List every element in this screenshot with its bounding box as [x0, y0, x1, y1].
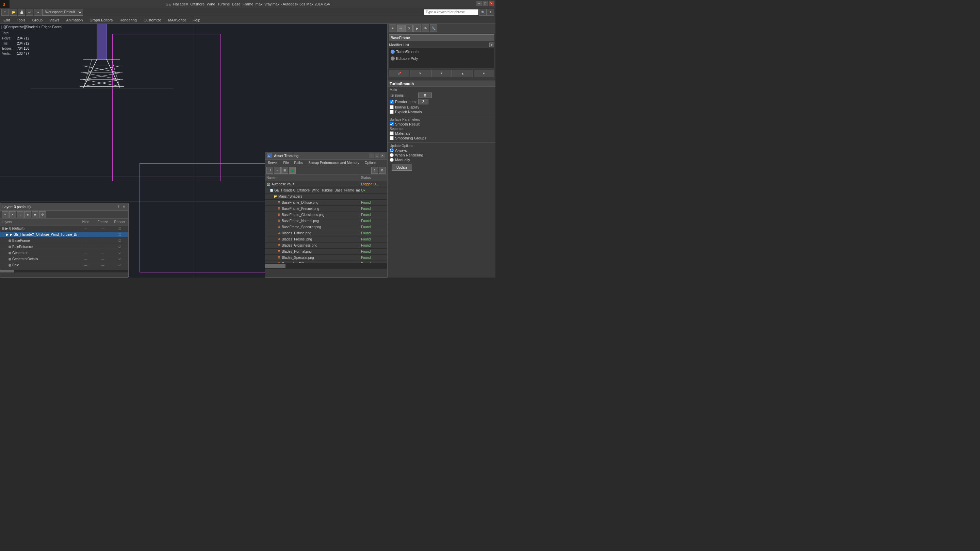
pin-stack-btn[interactable]: 📌: [389, 70, 409, 77]
asset-maximize-btn[interactable]: □: [375, 153, 379, 158]
always-radio[interactable]: [390, 148, 394, 152]
maximize-button[interactable]: □: [482, 1, 488, 6]
layer-row[interactable]: ▶ 0 (default) — — ☑: [0, 225, 128, 232]
search-button[interactable]: 🔍: [479, 9, 487, 16]
asset-tree-view-btn[interactable]: 🌲: [289, 167, 296, 174]
smoothing-groups-checkbox[interactable]: [390, 136, 394, 140]
asset-row[interactable]: 🖼 Blades_Glossiness.png Found: [265, 243, 387, 249]
layers-select-obj-btn[interactable]: ◈: [24, 211, 31, 218]
delete-modifier-btn[interactable]: ✕: [410, 70, 430, 77]
asset-menu-server[interactable]: Server: [265, 159, 280, 166]
when-rendering-radio[interactable]: [390, 153, 394, 157]
isoline-checkbox[interactable]: [390, 105, 394, 109]
menu-rendering[interactable]: Rendering: [116, 16, 140, 24]
asset-list-view-btn[interactable]: ≡: [274, 167, 281, 174]
asset-row[interactable]: 🖼 BaseFrame_Specular.png Found: [265, 224, 387, 230]
render-iters-checkbox[interactable]: [390, 100, 394, 104]
asset-row[interactable]: 📄 GE_HaliadeX_Offshore_Wind_Turbine_Base…: [265, 187, 387, 194]
layer-row[interactable]: Pole — — ☑: [0, 262, 128, 268]
layer-row[interactable]: ▶ ▶ GE_HaliadeX_Offshore_Wind_Turbine_Ba…: [0, 232, 128, 238]
minimize-button[interactable]: ─: [476, 1, 482, 6]
asset-menu-bitmap[interactable]: Bitmap Performance and Memory: [305, 159, 362, 166]
menu-edit[interactable]: Edit: [0, 16, 13, 24]
asset-horizontal-scrollbar[interactable]: [265, 263, 387, 269]
layers-scrollbar[interactable]: [0, 270, 128, 272]
close-button[interactable]: ✕: [488, 1, 494, 6]
panel-icon-display[interactable]: 👁: [422, 24, 429, 32]
layers-col-hide: Hide: [77, 220, 94, 224]
menu-graph-editors[interactable]: Graph Editors: [86, 16, 116, 24]
update-button[interactable]: Update: [392, 164, 412, 171]
layers-close-button[interactable]: ✕: [121, 205, 126, 209]
menu-tools[interactable]: Tools: [13, 16, 29, 24]
search-input[interactable]: [424, 9, 479, 15]
layer-row[interactable]: PoleEntrance — — ☑: [0, 244, 128, 250]
asset-detail-view-btn[interactable]: ⊞: [282, 167, 288, 174]
layers-delete-btn[interactable]: ✕: [9, 211, 16, 218]
render-iters-input[interactable]: [418, 99, 428, 105]
asset-row[interactable]: 🖼 BaseFrame_Glossiness.png Found: [265, 212, 387, 218]
modifier-turbosmooh[interactable]: TurboSmooth: [389, 48, 494, 55]
move-down-btn[interactable]: ▼: [474, 70, 494, 77]
panel-icon-motion[interactable]: ▶: [414, 24, 421, 32]
modifier-editable-poly[interactable]: Editable Poly: [389, 55, 494, 62]
layers-add-selected-btn[interactable]: ↓: [17, 211, 24, 218]
layer-row[interactable]: Generator — — ☑: [0, 250, 128, 256]
manually-radio[interactable]: [390, 158, 394, 162]
workspace-dropdown[interactable]: Workspace: Default: [42, 9, 83, 16]
menu-help[interactable]: Help: [189, 16, 204, 24]
panel-icon-create[interactable]: +: [389, 24, 396, 32]
asset-row[interactable]: 📁 Maps / Shaders: [265, 194, 387, 200]
panel-icon-hierarchy[interactable]: ⟳: [405, 24, 413, 32]
layers-panel: Layer: 0 (default) ? ✕ + ✕ ↓ ◈ ★ ⚙ Layer…: [0, 203, 129, 278]
asset-row[interactable]: 🏦 Autodesk Vault Logged O...: [265, 181, 387, 187]
search-bar: 🔍 ?: [424, 9, 494, 16]
new-button[interactable]: □: [2, 9, 9, 16]
menu-maxscript[interactable]: MAXScript: [165, 16, 189, 24]
asset-row[interactable]: 🖼 BaseFrame_Normal.png Found: [265, 218, 387, 224]
panel-icon-modify[interactable]: ✏: [397, 24, 404, 32]
asset-menu-options[interactable]: Options: [362, 159, 379, 166]
turbosmooh-section-header[interactable]: TurboSmooth: [388, 81, 495, 87]
redo-button[interactable]: ↪: [34, 9, 41, 16]
asset-row[interactable]: 🖼 Blades_Normal.png Found: [265, 249, 387, 255]
asset-row[interactable]: 🖼 Blades_Diffuse.png Found: [265, 230, 387, 237]
smooth-result-checkbox[interactable]: [390, 122, 394, 126]
asset-menu-file[interactable]: File: [280, 159, 291, 166]
asset-row[interactable]: 🖼 BaseFrame_Fresnel.png Found: [265, 206, 387, 212]
menu-customize[interactable]: Customize: [140, 16, 165, 24]
layers-help-button[interactable]: ?: [116, 205, 121, 209]
object-name-input[interactable]: [389, 34, 494, 41]
explicit-normals-checkbox[interactable]: [390, 110, 394, 114]
asset-row[interactable]: 🖼 Blades_Fresnel.png Found: [265, 237, 387, 243]
asset-settings-btn[interactable]: ⚙: [379, 167, 385, 174]
layer-row[interactable]: GeneratorDetails — — ☑: [0, 256, 128, 262]
undo-button[interactable]: ↩: [26, 9, 33, 16]
asset-help-btn[interactable]: ?: [371, 167, 378, 174]
asset-row[interactable]: 🖼 Generator_Diffuse.png Found: [265, 261, 387, 263]
help-button[interactable]: ?: [487, 9, 494, 16]
move-up-btn[interactable]: ▲: [453, 70, 473, 77]
asset-minimize-btn[interactable]: ─: [369, 153, 374, 158]
panel-icon-utilities[interactable]: 🔧: [430, 24, 437, 32]
open-button[interactable]: 📂: [10, 9, 17, 16]
materials-label: Materials: [395, 131, 410, 135]
add-modifier-btn[interactable]: +: [431, 70, 452, 77]
asset-row[interactable]: 🖼 Blades_Specular.png Found: [265, 255, 387, 261]
iterations-input[interactable]: [418, 92, 432, 98]
menu-group[interactable]: Group: [29, 16, 46, 24]
menu-views[interactable]: Views: [46, 16, 63, 24]
asset-status: Found: [360, 231, 387, 235]
save-button[interactable]: 💾: [18, 9, 25, 16]
layer-row[interactable]: BaseFrame — — ☑: [0, 238, 128, 244]
asset-menu-paths[interactable]: Paths: [292, 159, 306, 166]
menu-animation[interactable]: Animation: [63, 16, 86, 24]
materials-checkbox[interactable]: [390, 131, 394, 135]
layers-add-btn[interactable]: +: [2, 211, 8, 218]
layers-highlight-btn[interactable]: ★: [32, 211, 38, 218]
asset-refresh-btn[interactable]: ↺: [266, 167, 273, 174]
asset-row[interactable]: 🖼 BaseFrame_Diffuse.png Found: [265, 200, 387, 206]
modifier-list-dropdown[interactable]: ▼: [489, 43, 494, 47]
layers-settings-btn[interactable]: ⚙: [39, 211, 46, 218]
asset-close-btn[interactable]: ✕: [380, 153, 385, 158]
